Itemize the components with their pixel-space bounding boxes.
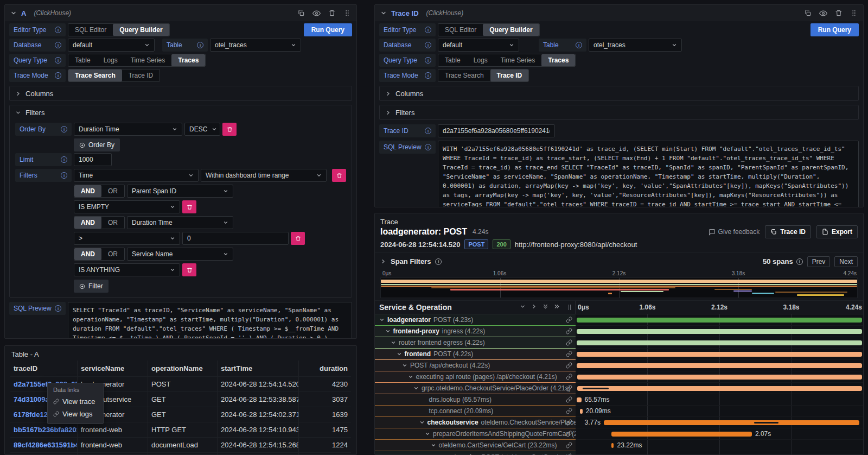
chevron-right-icon[interactable]: [380, 258, 386, 264]
trace-id-button[interactable]: Trace ID: [765, 225, 811, 238]
query-type-timeseries[interactable]: Time Series: [124, 54, 172, 66]
span-expand-icon[interactable]: [402, 363, 407, 368]
query-type-table[interactable]: Table: [438, 54, 467, 66]
remove-filter-button[interactable]: [332, 169, 346, 182]
span-expand-icon[interactable]: [408, 374, 413, 380]
sql-editor-option[interactable]: SQL Editor: [438, 24, 483, 36]
column-header-starttime[interactable]: startTime: [218, 361, 299, 376]
trace-mode-id[interactable]: Trace ID: [122, 69, 160, 81]
query-row-header-a[interactable]: A (ClickHouse): [5, 5, 356, 21]
query-type-logs[interactable]: Logs: [97, 54, 124, 66]
view-logs-link[interactable]: View logs: [53, 408, 98, 420]
trace-id-input[interactable]: [438, 124, 555, 137]
span-name-cell[interactable]: dns.lookup (65.57ms): [375, 394, 576, 406]
order-by-direction-select[interactable]: DESC: [184, 123, 220, 136]
span-link-icon[interactable]: [566, 408, 572, 414]
span-name-cell[interactable]: executing api route (pages) /api/checkou…: [375, 371, 576, 383]
span-expand-icon[interactable]: [379, 317, 385, 323]
filter-operator-select[interactable]: >: [74, 232, 180, 245]
span-expand-icon[interactable]: [385, 328, 391, 334]
trace-id-link[interactable]: 89cf4286e631591b4...: [10, 437, 78, 452]
columns-section[interactable]: Columns: [9, 86, 352, 101]
span-name-cell[interactable]: tcp.connect (20.09ms): [375, 406, 576, 417]
view-trace-link[interactable]: View trace: [53, 395, 98, 408]
span-link-icon[interactable]: [566, 442, 572, 448]
span-timeline-cell[interactable]: 20.09ms: [576, 406, 863, 417]
query-type-timeseries[interactable]: Time Series: [494, 54, 542, 66]
query-builder-option[interactable]: Query Builder: [483, 24, 539, 36]
span-name-cell[interactable]: frontend-proxyingress (4.22s): [375, 326, 576, 337]
table-select[interactable]: otel_traces: [210, 39, 301, 52]
span-timeline-cell[interactable]: [576, 314, 863, 326]
delete-query-icon[interactable]: [328, 9, 336, 17]
span-name-cell[interactable]: grpc.oteldemo.CheckoutService/PlaceOrder…: [375, 383, 576, 394]
column-header-servicename[interactable]: serviceName: [78, 361, 148, 376]
database-select[interactable]: default: [438, 39, 519, 52]
filter-operator-select[interactable]: IS ANYTHING: [74, 263, 180, 276]
order-by-field-select[interactable]: Duration Time: [74, 123, 182, 136]
trace-minimap[interactable]: [380, 277, 858, 298]
span-link-icon[interactable]: [566, 419, 572, 426]
span-row[interactable]: router frontend egress (4.22s): [375, 337, 863, 349]
add-filter-button[interactable]: Filter: [74, 280, 108, 293]
add-order-by-button[interactable]: Order By: [74, 138, 120, 151]
span-expand-icon[interactable]: [397, 351, 402, 357]
drag-handle-icon[interactable]: [343, 9, 351, 17]
span-timeline-cell[interactable]: 3.77s: [576, 417, 863, 428]
span-name-cell[interactable]: prepareOrderItemsAndShippingQuoteFromCar…: [375, 428, 576, 440]
span-row[interactable]: grpc.oteldemo.CheckoutService/PlaceOrder…: [375, 383, 863, 394]
or-option[interactable]: OR: [101, 217, 124, 229]
column-header-traceid[interactable]: traceID: [10, 361, 78, 376]
chevron-right-icon[interactable]: [385, 110, 391, 116]
span-row[interactable]: loadgeneratorPOST (4.23s): [375, 314, 863, 326]
trace-id-link[interactable]: bb5167b236bfa8201...: [10, 422, 78, 437]
table-row[interactable]: bb5167b236bfa8201...frontend-webHTTP GET…: [5, 422, 356, 437]
span-timeline-cell[interactable]: [576, 326, 863, 337]
chevron-down-icon[interactable]: [15, 110, 21, 116]
span-timeline-cell[interactable]: [576, 371, 863, 383]
hide-query-icon[interactable]: [312, 9, 321, 17]
query-builder-option[interactable]: Query Builder: [113, 24, 169, 36]
remove-filter-button[interactable]: [182, 263, 196, 276]
trace-mode-id[interactable]: Trace ID: [490, 69, 529, 81]
limit-input[interactable]: [74, 153, 112, 166]
span-row[interactable]: POST /api/checkout (4.22s): [375, 360, 863, 371]
query-type-logs[interactable]: Logs: [467, 54, 494, 66]
query-type-table[interactable]: Table: [68, 54, 97, 66]
span-row[interactable]: prepareOrderItemsAndShippingQuoteFromCar…: [375, 428, 863, 440]
run-query-button[interactable]: Run Query: [810, 23, 859, 36]
span-row[interactable]: cartservicePOST /oteldemo.CartService/Ge…: [375, 451, 863, 455]
export-button[interactable]: Export: [816, 225, 858, 238]
collapse-chevron-icon[interactable]: [380, 10, 387, 16]
give-feedback-link[interactable]: Give feedback: [709, 228, 760, 236]
span-row[interactable]: tcp.connect (20.09ms)20.09ms: [375, 406, 863, 417]
filter-value-input[interactable]: [182, 232, 289, 245]
span-expand-icon[interactable]: [413, 386, 419, 391]
filter-time-value-select[interactable]: Within dashboard time range: [201, 169, 327, 182]
database-select[interactable]: default: [68, 39, 155, 52]
span-link-icon[interactable]: [566, 317, 572, 323]
span-timeline-cell[interactable]: [576, 451, 863, 455]
table-select[interactable]: otel_traces: [589, 39, 682, 52]
query-ref-id[interactable]: Trace ID: [391, 9, 419, 17]
query-row-header-b[interactable]: Trace ID (ClickHouse): [375, 5, 863, 21]
query-type-traces[interactable]: Traces: [171, 54, 205, 66]
span-name-cell[interactable]: checkoutserviceoteldemo.CheckoutService/…: [375, 417, 576, 428]
span-link-icon[interactable]: [566, 362, 572, 369]
delete-query-icon[interactable]: [835, 9, 843, 17]
span-expand-icon[interactable]: [425, 431, 430, 437]
trace-mode-search[interactable]: Trace Search: [68, 69, 122, 81]
or-option[interactable]: OR: [101, 248, 124, 260]
table-row[interactable]: 9ce7ecfc91941996c...frontend-webdocument…: [5, 452, 356, 455]
span-timeline-cell[interactable]: 2.07s: [576, 428, 863, 440]
filter-field-select[interactable]: Duration Time: [127, 216, 233, 229]
span-row[interactable]: checkoutserviceoteldemo.CheckoutService/…: [375, 417, 863, 428]
span-row[interactable]: dns.lookup (65.57ms)65.57ms: [375, 394, 863, 406]
and-option[interactable]: AND: [74, 185, 101, 197]
duplicate-query-icon[interactable]: [297, 9, 305, 17]
collapse-chevron-icon[interactable]: [10, 10, 17, 16]
duplicate-query-icon[interactable]: [804, 9, 812, 17]
span-timeline-cell[interactable]: 23.22ms: [576, 440, 863, 451]
span-link-icon[interactable]: [566, 431, 572, 437]
span-name-cell[interactable]: loadgeneratorPOST (4.23s): [375, 314, 576, 326]
